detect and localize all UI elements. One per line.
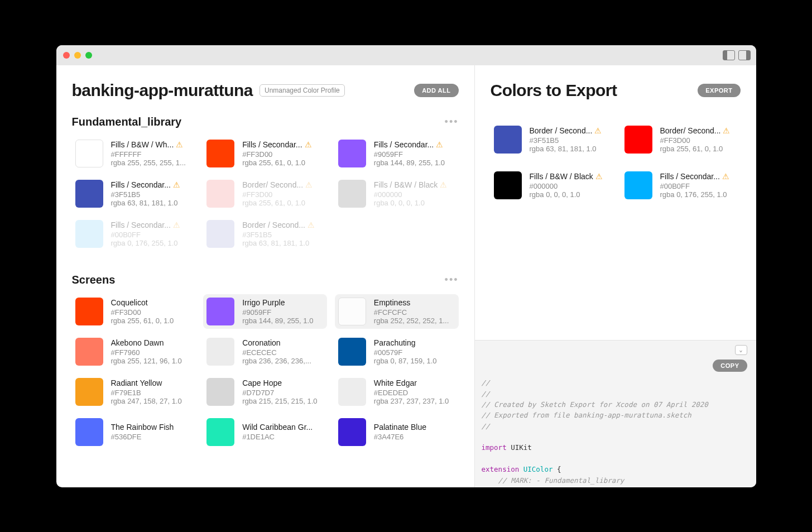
color-swatch-item[interactable]: Coquelicot#FF3D00rgba 255, 61, 0, 1.0 xyxy=(72,294,196,329)
titlebar xyxy=(56,45,756,65)
swatch-name: Fills / Secondar... xyxy=(660,172,720,181)
swatch-color xyxy=(338,140,366,167)
swatch-color xyxy=(75,180,103,208)
swatch-color xyxy=(624,126,652,154)
swatch-rgba: rgba 255, 61, 0, 1.0 xyxy=(660,145,737,153)
toggle-right-panel-icon[interactable] xyxy=(738,50,751,60)
swatch-name: Irrigo Purple xyxy=(242,298,285,307)
swatch-color xyxy=(624,171,652,199)
swatch-hex: #EDEDED xyxy=(374,389,455,397)
color-swatch-item[interactable]: Fills / Secondar...⚠#9059FFrgba 144, 89,… xyxy=(335,136,459,171)
swatch-hex: #3F51B5 xyxy=(530,136,607,145)
code-panel: ⌄ COPY // // // Created by Sketch Export… xyxy=(475,340,756,487)
swatch-rgba: rgba 255, 61, 0, 1.0 xyxy=(111,317,193,325)
color-swatch-item[interactable]: Fills / Secondar...⚠#00B0FFrgba 0, 176, … xyxy=(72,217,196,251)
swatch-color xyxy=(494,126,522,154)
swatch-color xyxy=(75,220,103,248)
swatch-rgba: rgba 0, 0, 0, 1.0 xyxy=(530,190,607,199)
left-pane: banking-app-murattuna Unmanaged Color Pr… xyxy=(56,65,475,487)
swatch-rgba: rgba 0, 87, 159, 1.0 xyxy=(374,357,455,365)
swatch-rgba: rgba 63, 81, 181, 1.0 xyxy=(111,199,193,207)
warning-icon: ⚠ xyxy=(176,140,183,149)
export-title: Colors to Export xyxy=(491,81,617,100)
swatch-name: Parachuting xyxy=(374,338,416,347)
color-swatch-item[interactable]: Wild Caribbean Gr...#1DE1AC xyxy=(203,415,327,449)
color-swatch-item[interactable]: Border/ Second...⚠#FF3D00rgba 255, 61, 0… xyxy=(203,176,327,211)
color-swatch-item[interactable]: Parachuting#00579Frgba 0, 87, 159, 1.0 xyxy=(335,334,459,369)
swatch-hex: #3F51B5 xyxy=(111,190,193,199)
swatch-color xyxy=(75,338,103,366)
swatch-hex: #00B0FF xyxy=(111,231,193,239)
swatch-rgba: rgba 236, 236, 236,... xyxy=(242,357,324,365)
chevron-down-icon[interactable]: ⌄ xyxy=(735,345,747,355)
swatch-color xyxy=(206,298,234,325)
swatch-rgba: rgba 144, 89, 255, 1.0 xyxy=(242,317,324,325)
swatch-name: White Edgar xyxy=(374,378,417,387)
swatch-color xyxy=(206,418,234,446)
color-swatch-item[interactable]: Fills / Secondar...⚠#FF3D00rgba 255, 61,… xyxy=(203,136,327,171)
color-swatch-item[interactable]: White Edgar#EDEDEDrgba 237, 237, 237, 1.… xyxy=(335,375,459,409)
color-swatch-item[interactable]: Cape Hope#D7D7D7rgba 215, 215, 215, 1.0 xyxy=(203,375,327,409)
color-swatch-item[interactable]: Fills / B&W / Black⚠#000000rgba 0, 0, 0,… xyxy=(335,176,459,211)
warning-icon: ⚠ xyxy=(173,180,180,189)
color-profile-badge: Unmanaged Color Profile xyxy=(260,84,345,97)
swatch-hex: #FFFFFF xyxy=(111,150,193,159)
color-swatch-item[interactable]: Coronation#ECECECrgba 236, 236, 236,... xyxy=(203,334,327,369)
color-swatch-item[interactable]: Fills / Secondar...⚠#3F51B5rgba 63, 81, … xyxy=(72,176,196,211)
swatch-hex: #D7D7D7 xyxy=(242,389,324,397)
color-swatch-item[interactable]: Palatinate Blue#3A47E6 xyxy=(335,415,459,449)
swatch-rgba: rgba 255, 121, 96, 1.0 xyxy=(111,357,193,365)
toggle-left-panel-icon[interactable] xyxy=(723,50,735,60)
color-swatch-item[interactable]: Border / Second...⚠#3F51B5rgba 63, 81, 1… xyxy=(203,217,327,251)
swatch-rgba: rgba 247, 158, 27, 1.0 xyxy=(111,397,193,405)
warning-icon: ⚠ xyxy=(305,180,313,189)
swatch-rgba: rgba 252, 252, 252, 1... xyxy=(374,317,455,325)
swatch-name: Wild Caribbean Gr... xyxy=(242,423,313,432)
color-swatch-item[interactable]: The Rainbow Fish#536DFE xyxy=(72,415,196,449)
swatch-color xyxy=(494,171,522,199)
swatch-name: Fills / Secondar... xyxy=(111,221,171,229)
copy-button[interactable]: COPY xyxy=(713,360,747,372)
swatch-name: Akebono Dawn xyxy=(111,338,164,347)
warning-icon: ⚠ xyxy=(436,140,443,149)
swatch-rgba: rgba 255, 61, 0, 1.0 xyxy=(242,159,324,167)
swatch-color xyxy=(75,378,103,406)
swatch-hex: #9059FF xyxy=(374,150,455,159)
color-swatch-item[interactable]: Irrigo Purple#9059FFrgba 144, 89, 255, 1… xyxy=(203,294,327,329)
swatch-name: Fills / B&W / Wh... xyxy=(111,140,174,149)
swatch-name: Emptiness xyxy=(374,298,410,307)
swatch-hex: #FF3D00 xyxy=(660,136,737,145)
add-all-button[interactable]: ADD ALL xyxy=(414,84,458,97)
swatch-name: Border / Second... xyxy=(530,126,593,135)
section-title: Screens xyxy=(72,274,116,286)
color-swatch-item[interactable]: Emptiness#FCFCFCrgba 252, 252, 252, 1... xyxy=(335,294,459,329)
swatch-rgba: rgba 144, 89, 255, 1.0 xyxy=(374,159,455,167)
swatch-rgba: rgba 0, 176, 255, 1.0 xyxy=(111,239,193,247)
swatch-color xyxy=(75,418,103,446)
color-swatch-item[interactable]: Fills / B&W / Black⚠#000000rgba 0, 0, 0,… xyxy=(491,168,610,203)
swatch-hex: #ECECEC xyxy=(242,348,324,357)
more-icon[interactable]: ••• xyxy=(445,274,459,286)
color-swatch-item[interactable]: Fills / B&W / Wh...⚠#FFFFFFrgba 255, 255… xyxy=(72,136,196,171)
swatch-rgba: rgba 237, 237, 237, 1.0 xyxy=(374,397,455,405)
swatch-hex: #000000 xyxy=(374,190,455,199)
color-swatch-item[interactable]: Fills / Secondar...⚠#00B0FFrgba 0, 176, … xyxy=(621,168,741,203)
warning-icon: ⚠ xyxy=(440,180,447,189)
app-window: banking-app-murattuna Unmanaged Color Pr… xyxy=(56,45,756,487)
color-swatch-item[interactable]: Border/ Second...⚠#FF3D00rgba 255, 61, 0… xyxy=(621,122,741,157)
color-swatch-item[interactable]: Radiant Yellow#F79E1Brgba 247, 158, 27, … xyxy=(72,375,196,409)
swatch-hex: #9059FF xyxy=(242,308,324,317)
zoom-icon[interactable] xyxy=(85,52,92,59)
swatch-color xyxy=(206,180,234,208)
more-icon[interactable]: ••• xyxy=(445,116,459,128)
swatch-hex: #1DE1AC xyxy=(242,433,324,441)
swatch-rgba: rgba 0, 176, 255, 1.0 xyxy=(660,190,737,199)
minimize-icon[interactable] xyxy=(74,52,81,59)
export-button[interactable]: EXPORT xyxy=(698,84,740,97)
color-swatch-item[interactable]: Akebono Dawn#FF7960rgba 255, 121, 96, 1.… xyxy=(72,334,196,369)
swatch-hex: #FCFCFC xyxy=(374,308,455,317)
color-swatch-item[interactable]: Border / Second...⚠#3F51B5rgba 63, 81, 1… xyxy=(491,122,610,157)
swatch-hex: #536DFE xyxy=(111,433,193,441)
close-icon[interactable] xyxy=(63,52,70,59)
swatch-color xyxy=(338,418,366,446)
